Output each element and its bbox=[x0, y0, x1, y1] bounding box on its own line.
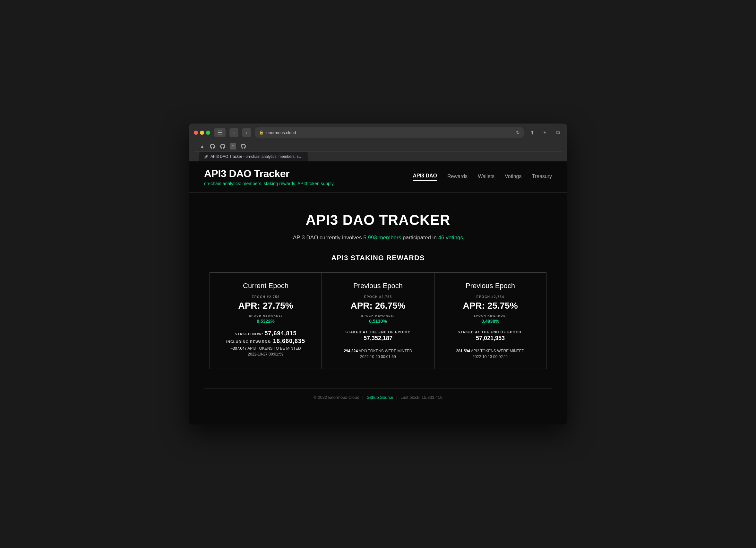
new-tab-button[interactable]: + bbox=[540, 128, 549, 137]
page-description: API3 DAO currently involves 5,993 member… bbox=[204, 235, 552, 241]
minted-suffix-0: API3 TOKENS TO BE MINTED bbox=[247, 346, 301, 351]
close-button[interactable] bbox=[194, 131, 198, 135]
title-bar: ‹ › 🔒 enormous.cloud ↻ ⬆ + ⧉ bbox=[194, 127, 562, 138]
browser-chrome: ‹ › 🔒 enormous.cloud ↻ ⬆ + ⧉ ▲ bbox=[189, 124, 567, 161]
epoch-rewards-value-2: 0.4938% bbox=[442, 319, 538, 324]
page-title: API3 DAO TRACKER bbox=[204, 212, 552, 228]
url-text: enormous.cloud bbox=[266, 130, 296, 135]
tabs-button[interactable]: ⧉ bbox=[553, 128, 562, 137]
traffic-lights bbox=[194, 131, 210, 135]
epoch-cards: Current Epoch EPOCH #2,756 APR: 27.75% E… bbox=[210, 272, 546, 369]
tab-bar: 🚀 API3 DAO Tracker - on-chain analytics:… bbox=[194, 151, 562, 161]
apr-value-0: APR: 27.75% bbox=[218, 301, 314, 311]
svg-rect-1 bbox=[218, 132, 222, 133]
staked-label-0: STAKED NOW: 57,694,815 bbox=[218, 330, 314, 337]
minted-prefix-1: 294,224 bbox=[344, 349, 358, 353]
lock-icon: 🔒 bbox=[259, 130, 264, 135]
apr-value-2: APR: 25.75% bbox=[442, 301, 538, 311]
address-bar[interactable]: 🔒 enormous.cloud ↻ bbox=[255, 127, 524, 138]
minimize-button[interactable] bbox=[200, 131, 204, 135]
footer-sep2: | bbox=[396, 395, 397, 400]
epoch-number-2: EPOCH #2,754 bbox=[442, 295, 538, 299]
epoch-rewards-value-0: 0.5322% bbox=[218, 319, 314, 324]
footer-github-link[interactable]: Github Source bbox=[366, 395, 393, 400]
epoch-card-current: Current Epoch EPOCH #2,756 APR: 27.75% E… bbox=[210, 272, 322, 369]
members-count: 5,993 members bbox=[363, 235, 401, 241]
minted-info-1: 294,224 API3 TOKENS WERE MINTED 2022-10-… bbox=[330, 348, 426, 360]
bookmark-github2-icon[interactable] bbox=[219, 143, 226, 150]
bookmark-github-icon[interactable] bbox=[209, 143, 216, 150]
tab-title: API3 DAO Tracker - on-chain analytics: m… bbox=[210, 154, 303, 159]
page-content: API3 DAO Tracker on-chain analytics: mem… bbox=[189, 161, 567, 424]
share-button[interactable]: ⬆ bbox=[528, 128, 537, 137]
nav-treasury[interactable]: Treasury bbox=[532, 174, 552, 181]
bookmark-github3-icon[interactable] bbox=[240, 143, 246, 150]
epoch-card-title-1: Previous Epoch bbox=[330, 282, 426, 290]
epoch-rewards-label-2: EPOCH REWARDS: bbox=[442, 314, 538, 317]
apr-value-1: APR: 26.75% bbox=[330, 301, 426, 311]
staked-value-1: 57,352,187 bbox=[330, 335, 426, 342]
epoch-rewards-value-1: 0.5130% bbox=[330, 319, 426, 324]
browser-window: ‹ › 🔒 enormous.cloud ↻ ⬆ + ⧉ ▲ bbox=[189, 124, 567, 424]
page-footer: © 2022 Enormous Cloud | Github Source | … bbox=[204, 388, 552, 406]
including-label-0: INCLUDING REWARDS: 16,660,635 bbox=[218, 338, 314, 345]
app-title: API3 DAO Tracker bbox=[204, 168, 334, 180]
bookmarks-bar: ▲ T bbox=[194, 141, 562, 151]
staked-label-2: STAKED AT THE END OF EPOCH: bbox=[442, 330, 538, 334]
votings-count: 46 votings bbox=[438, 235, 463, 241]
minted-date-0: 2022-10-27 00:01:59 bbox=[248, 352, 283, 356]
minted-info-2: 281,594 API3 TOKENS WERE MINTED 2022-10-… bbox=[442, 348, 538, 360]
footer-copyright: © 2022 Enormous Cloud bbox=[314, 395, 359, 400]
epoch-number-1: EPOCH #2,755 bbox=[330, 295, 426, 299]
maximize-button[interactable] bbox=[206, 131, 210, 135]
description-middle: participated in bbox=[401, 235, 438, 241]
sidebar-toggle-button[interactable] bbox=[214, 128, 226, 137]
epoch-rewards-label-0: EPOCH REWARDS: bbox=[218, 314, 314, 317]
nav-wallets[interactable]: Wallets bbox=[478, 174, 494, 181]
forward-button[interactable]: › bbox=[242, 128, 251, 137]
epoch-card-prev1: Previous Epoch EPOCH #2,755 APR: 26.75% … bbox=[322, 272, 434, 369]
bookmark-prism-icon[interactable]: ▲ bbox=[199, 143, 205, 150]
back-button[interactable]: ‹ bbox=[229, 128, 238, 137]
staked-value-0: 57,694,815 bbox=[264, 330, 296, 337]
footer-last-block: Last block: 15,833,410 bbox=[400, 395, 442, 400]
app-subtitle: on-chain analytics: members, staking rew… bbox=[204, 181, 334, 186]
active-tab[interactable]: 🚀 API3 DAO Tracker - on-chain analytics:… bbox=[199, 152, 308, 161]
bookmark-box-icon[interactable]: T bbox=[230, 143, 236, 150]
description-prefix: API3 DAO currently involves bbox=[293, 235, 363, 241]
svg-rect-0 bbox=[218, 131, 222, 131]
app-logo-section: API3 DAO Tracker on-chain analytics: mem… bbox=[204, 168, 334, 186]
minted-suffix-1: API3 TOKENS WERE MINTED bbox=[358, 349, 412, 353]
staking-section-title: API3 STAKING REWARDS bbox=[204, 254, 552, 262]
minted-date-2: 2022-10-13 00:02:11 bbox=[472, 355, 508, 359]
minted-date-1: 2022-10-20 00:01:59 bbox=[360, 355, 396, 359]
minted-info-0: ~307,047 API3 TOKENS TO BE MINTED 2022-1… bbox=[218, 346, 314, 357]
nav-api3dao[interactable]: API3 DAO bbox=[413, 173, 437, 181]
epoch-card-prev2: Previous Epoch EPOCH #2,754 APR: 25.75% … bbox=[434, 272, 546, 369]
epoch-rewards-label-1: EPOCH REWARDS: bbox=[330, 314, 426, 317]
epoch-number-0: EPOCH #2,756 bbox=[218, 295, 314, 299]
staked-label-1: STAKED AT THE END OF EPOCH: bbox=[330, 330, 426, 334]
app-header: API3 DAO Tracker on-chain analytics: mem… bbox=[189, 161, 567, 193]
footer-sep1: | bbox=[362, 395, 363, 400]
epoch-card-title-2: Previous Epoch bbox=[442, 282, 538, 290]
staked-value-2: 57,021,953 bbox=[442, 335, 538, 342]
main-content: API3 DAO TRACKER API3 DAO currently invo… bbox=[189, 193, 567, 419]
svg-rect-2 bbox=[218, 134, 222, 134]
nav-votings[interactable]: Votings bbox=[505, 174, 521, 181]
refresh-button[interactable]: ↻ bbox=[516, 130, 520, 135]
including-value-0: 16,660,635 bbox=[273, 338, 305, 344]
epoch-card-title-0: Current Epoch bbox=[218, 282, 314, 290]
tab-favicon: 🚀 bbox=[204, 155, 209, 159]
minted-suffix-2: API3 TOKENS WERE MINTED bbox=[470, 349, 525, 353]
nav-rewards[interactable]: Rewards bbox=[447, 174, 468, 181]
app-nav: API3 DAO Rewards Wallets Votings Treasur… bbox=[413, 173, 552, 181]
minted-prefix-0: ~307,047 bbox=[230, 346, 246, 351]
minted-prefix-2: 281,594 bbox=[456, 349, 470, 353]
